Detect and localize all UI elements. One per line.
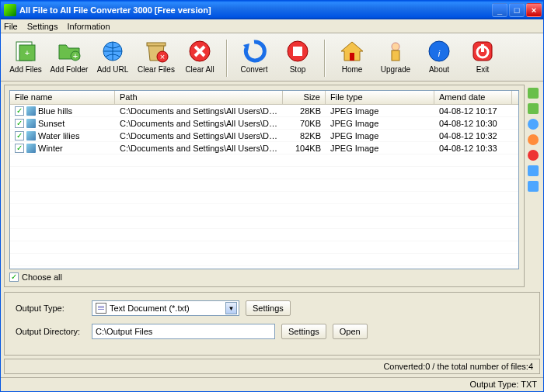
col-filetype[interactable]: File type [326, 91, 434, 104]
titlebar: All File to All File Converter 3000 [Fre… [1, 1, 543, 19]
about-button[interactable]: iAbout [419, 36, 459, 80]
home-button[interactable]: Home [332, 36, 372, 80]
side-globe-icon[interactable] [528, 119, 539, 130]
table-row[interactable]: Blue hillsC:\Documents and Settings\All … [10, 105, 518, 117]
table-row[interactable]: WinterC:\Documents and Settings\All User… [10, 142, 518, 154]
svg-rect-19 [481, 44, 484, 52]
exit-button[interactable]: Exit [462, 36, 503, 80]
file-icon [26, 106, 36, 116]
checkbox-icon[interactable] [15, 106, 24, 116]
stop-button[interactable]: Stop [277, 36, 318, 80]
side-add-icon[interactable] [528, 88, 539, 99]
toolbar: +Add Files +Add Folder Add URL ×Clear Fi… [1, 33, 543, 82]
output-dir-input[interactable]: C:\Output Files [92, 324, 275, 339]
checkbox-icon[interactable] [15, 131, 24, 140]
table-row[interactable]: SunsetC:\Documents and Settings\All User… [10, 117, 518, 130]
footer: Output Type: TXT [1, 377, 543, 391]
side-toolbar [526, 85, 540, 287]
output-type-combo[interactable]: Text Document (*.txt) ▼ [92, 300, 239, 316]
add-url-button[interactable]: Add URL [92, 36, 133, 80]
svg-text:×: × [160, 52, 165, 61]
file-icon [26, 131, 36, 140]
chevron-down-icon: ▼ [225, 302, 237, 314]
col-size[interactable]: Size [283, 91, 326, 104]
close-button[interactable]: × [526, 3, 542, 17]
side-up-icon[interactable] [528, 165, 539, 176]
svg-rect-12 [350, 53, 354, 61]
open-button[interactable]: Open [333, 324, 368, 339]
side-down-icon[interactable] [528, 181, 539, 192]
output-dir-label: Output Directory: [16, 327, 85, 336]
maximize-button[interactable]: □ [509, 3, 525, 17]
svg-rect-6 [147, 43, 166, 46]
file-list: File name Path Size File type Amend date… [9, 90, 519, 269]
clear-all-button[interactable]: Clear All [180, 36, 220, 80]
add-files-button[interactable]: +Add Files [5, 36, 46, 80]
menu-file[interactable]: File [4, 22, 18, 31]
table-row[interactable]: Water liliesC:\Documents and Settings\Al… [10, 130, 518, 142]
svg-text:+: + [73, 51, 78, 61]
output-type-label: Output Type: [16, 304, 85, 313]
app-icon [4, 4, 16, 16]
col-amenddate[interactable]: Amend date [434, 91, 512, 104]
checkbox-icon[interactable] [15, 119, 24, 128]
side-remove-icon[interactable] [528, 134, 539, 145]
minimize-button[interactable]: _ [492, 3, 507, 17]
svg-rect-14 [392, 50, 399, 61]
output-type-settings-button[interactable]: Settings [246, 300, 291, 316]
menu-settings[interactable]: Settings [27, 22, 58, 31]
window-title: All File to All File Converter 3000 [Fre… [19, 5, 492, 15]
file-icon [26, 144, 36, 153]
convert-button[interactable]: Convert [234, 36, 274, 80]
output-panel: Output Type: Text Document (*.txt) ▼ Set… [4, 292, 540, 356]
output-dir-settings-button[interactable]: Settings [281, 324, 326, 339]
menubar: File Settings Information [1, 19, 543, 33]
svg-point-13 [392, 43, 399, 50]
checkbox-icon[interactable] [15, 144, 24, 153]
clear-files-button[interactable]: ×Clear Files [136, 36, 176, 80]
upgrade-button[interactable]: Upgrade [375, 36, 416, 80]
col-filename[interactable]: File name [10, 91, 115, 104]
col-path[interactable]: Path [115, 91, 283, 104]
menu-information[interactable]: Information [67, 22, 110, 31]
checkbox-icon [9, 272, 19, 282]
side-clear-icon[interactable] [528, 150, 539, 161]
main-panel: File name Path Size File type Amend date… [4, 85, 525, 287]
side-folder-icon[interactable] [528, 103, 539, 114]
add-folder-button[interactable]: +Add Folder [49, 36, 89, 80]
file-icon [26, 119, 36, 128]
svg-text:+: + [25, 48, 30, 57]
svg-rect-11 [293, 47, 302, 56]
choose-all-checkbox[interactable]: Choose all [9, 272, 519, 282]
list-header: File name Path Size File type Amend date [10, 91, 518, 105]
document-icon [96, 303, 106, 314]
status-bar: Converted:0 / the total number of files:… [4, 359, 540, 374]
